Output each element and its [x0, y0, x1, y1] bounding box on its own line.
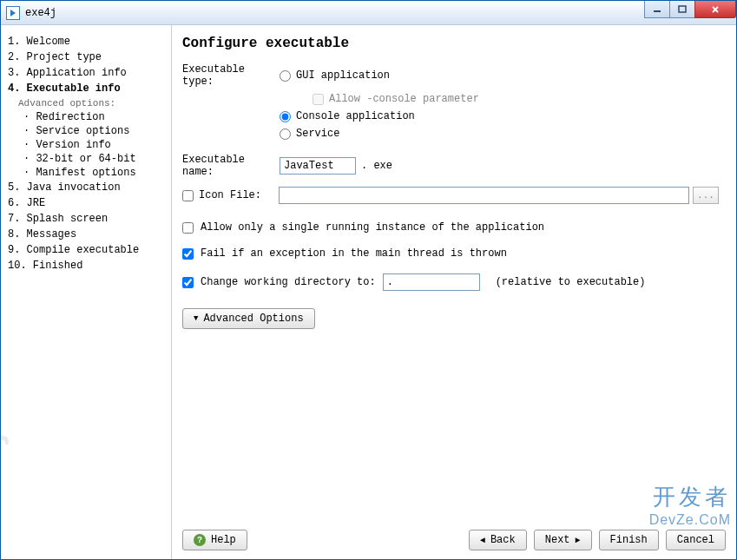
svg-marker-0 — [10, 10, 16, 16]
nav-welcome[interactable]: 1. Welcome — [8, 34, 164, 49]
nav-version-info[interactable]: Version info — [8, 138, 164, 152]
svg-rect-1 — [654, 10, 661, 12]
chevron-down-icon: ▼ — [194, 314, 198, 323]
app-icon — [6, 6, 20, 20]
nav-manifest-options[interactable]: Manifest options — [8, 166, 164, 180]
checkbox-change-cwd[interactable] — [182, 277, 194, 288]
finish-label: Finish — [610, 534, 648, 546]
nav-application-info[interactable]: 3. Application info — [8, 65, 164, 81]
footer: ? Help ◄ Back Next ► Finish — [172, 521, 736, 559]
relative-label: (relative to executable) — [496, 276, 646, 288]
checkbox-fail-exception[interactable] — [182, 248, 194, 260]
nav-java-invocation[interactable]: 5. Java invocation — [8, 180, 164, 195]
finish-button[interactable]: Finish — [599, 530, 659, 550]
maximize-button[interactable] — [669, 1, 695, 18]
fail-exception-label: Fail if an exception in the main thread … — [201, 247, 507, 260]
nav-compile-executable[interactable]: 9. Compile executable — [8, 242, 164, 258]
window-controls — [645, 1, 736, 18]
window-title: exe4j — [25, 7, 56, 19]
main-panel: Configure executable Executable type: GU… — [172, 25, 736, 559]
exec-name-input[interactable] — [280, 157, 356, 175]
advanced-options-button[interactable]: ▼ Advanced Options — [182, 308, 315, 329]
exec-name-label: Executable name: — [182, 154, 280, 178]
nav-jre[interactable]: 6. JRE — [8, 195, 164, 211]
page-title: Configure executable — [182, 36, 719, 51]
checkbox-single-instance[interactable] — [182, 222, 194, 234]
radio-service[interactable] — [280, 128, 291, 140]
nav-splash-screen[interactable]: 7. Splash screen — [8, 211, 164, 227]
advanced-options-btn-label: Advanced Options — [203, 313, 303, 325]
nav-finished[interactable]: 10. Finished — [8, 258, 164, 273]
nav-messages[interactable]: 8. Messages — [8, 227, 164, 242]
close-button[interactable] — [694, 1, 736, 18]
back-label: Back — [490, 534, 516, 546]
nav-32-64-bit[interactable]: 32-bit or 64-bit — [8, 152, 164, 166]
radio-gui-label: GUI application — [296, 69, 390, 82]
help-label: Help — [211, 534, 236, 546]
next-label: Next — [545, 534, 570, 546]
help-icon: ? — [194, 534, 206, 546]
nav-redirection[interactable]: Redirection — [8, 110, 164, 124]
single-instance-label: Allow only a single running instance of … — [201, 221, 544, 234]
allow-console-label: Allow -console parameter — [329, 93, 479, 105]
checkbox-icon-file[interactable] — [182, 190, 194, 201]
radio-gui[interactable] — [280, 70, 291, 82]
change-cwd-label: Change working directory to: — [201, 276, 376, 288]
radio-service-label: Service — [296, 128, 339, 140]
cancel-button[interactable]: Cancel — [666, 530, 726, 550]
advanced-options-label: Advanced options: — [8, 96, 164, 110]
icon-file-browse-button[interactable]: ... — [693, 187, 719, 204]
arrow-left-icon: ◄ — [480, 536, 485, 545]
cwd-input[interactable] — [383, 273, 480, 291]
svg-rect-2 — [679, 6, 686, 12]
back-button[interactable]: ◄ Back — [469, 530, 527, 550]
sidebar: 1. Welcome 2. Project type 3. Applicatio… — [1, 25, 172, 559]
cancel-label: Cancel — [677, 534, 714, 546]
icon-file-label: Icon File: — [199, 189, 279, 201]
arrow-right-icon: ► — [576, 536, 581, 545]
checkbox-allow-console — [313, 94, 324, 105]
exec-ext-label: . exe — [361, 160, 392, 172]
radio-console[interactable] — [280, 111, 291, 122]
icon-file-input[interactable] — [279, 187, 689, 204]
app-window: exe4j 1. Welcome 2. Project type 3. Appl… — [0, 0, 737, 560]
minimize-button[interactable] — [644, 1, 670, 18]
help-button[interactable]: ? Help — [182, 530, 247, 550]
radio-console-label: Console application — [296, 110, 415, 122]
sidebar-watermark: exe4j — [1, 434, 10, 542]
next-button[interactable]: Next ► — [534, 530, 592, 550]
exec-type-label: Executable type: — [182, 63, 280, 88]
nav-service-options[interactable]: Service options — [8, 124, 164, 138]
nav-executable-info[interactable]: 4. Executable info — [8, 81, 164, 96]
nav-project-type[interactable]: 2. Project type — [8, 49, 164, 65]
titlebar[interactable]: exe4j — [1, 1, 736, 25]
